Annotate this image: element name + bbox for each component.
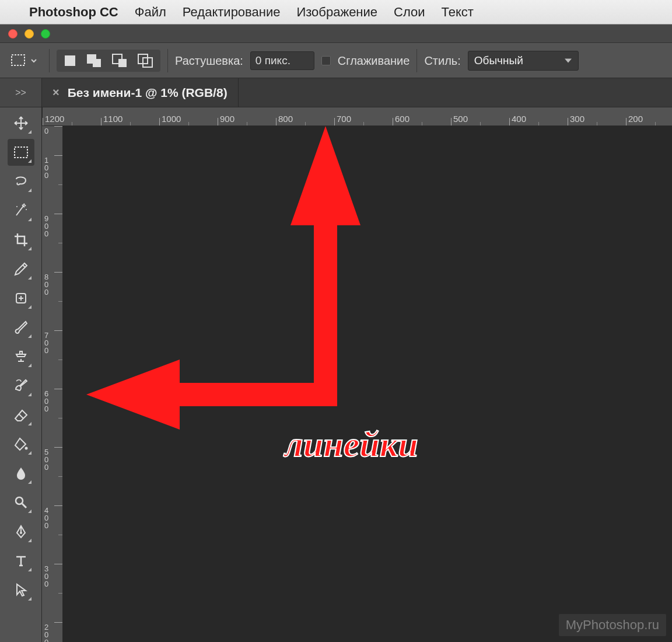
vruler-tick: 500 [42, 447, 62, 505]
vruler-tick: 200 [42, 622, 62, 642]
hruler-tick: 300 [568, 107, 626, 126]
new-selection-icon[interactable] [62, 53, 78, 68]
intersect-selection-icon[interactable] [137, 53, 155, 68]
svg-point-14 [20, 532, 22, 534]
watermark: MyPhotoshop.ru [559, 614, 666, 636]
move-tool[interactable] [8, 110, 34, 137]
svg-marker-16 [86, 360, 337, 430]
eyedropper-tool[interactable] [8, 256, 34, 282]
annotation-label: линейки [285, 424, 418, 465]
rectangular-marquee-tool[interactable] [8, 139, 34, 166]
vertical-ruler[interactable]: 0100900800700600500400300200100 [42, 126, 63, 642]
canvas[interactable]: линейки MyPhotoshop.ru [63, 126, 672, 642]
dodge-tool[interactable] [8, 489, 34, 516]
vruler-tick: 600 [42, 389, 62, 447]
chevron-down-icon [30, 57, 37, 64]
current-tool-indicator[interactable] [6, 51, 42, 70]
vruler-tick: 700 [42, 330, 62, 389]
options-bar: Растушевка: Сглаживание Стиль: Обычный [0, 43, 672, 78]
svg-point-12 [24, 447, 27, 450]
selection-mode-group [57, 50, 160, 72]
clone-stamp-tool[interactable] [8, 343, 34, 370]
minimize-window-button[interactable] [24, 29, 34, 39]
document-tab[interactable]: × Без имени-1 @ 1% (RGB/8) [42, 78, 239, 107]
expand-panels-button[interactable]: >> [0, 78, 42, 107]
window-titlebar [0, 25, 672, 43]
svg-rect-0 [12, 55, 24, 65]
magic-wand-tool[interactable] [8, 197, 34, 224]
vruler-tick: 800 [42, 272, 62, 330]
style-label: Стиль: [424, 54, 460, 68]
antialias-checkbox[interactable] [321, 56, 331, 65]
app-name[interactable]: Photoshop CC [29, 5, 118, 20]
subtract-selection-icon[interactable] [111, 53, 129, 68]
svg-rect-3 [93, 59, 101, 67]
separator [49, 49, 50, 72]
hruler-tick: 200 [626, 107, 672, 126]
separator [167, 49, 168, 72]
style-select[interactable]: Обычный [468, 51, 579, 71]
feather-label: Растушевка: [175, 54, 243, 68]
vruler-tick: 100 [42, 155, 62, 214]
menu-image[interactable]: Изображение [296, 5, 377, 20]
document-tab-title: Без имени-1 @ 1% (RGB/8) [68, 86, 228, 100]
svg-point-9 [16, 206, 18, 207]
eraser-tool[interactable] [8, 402, 34, 428]
menu-text[interactable]: Текст [442, 5, 474, 20]
menu-layers[interactable]: Слои [394, 5, 425, 20]
menu-file[interactable]: Файл [135, 5, 166, 20]
zoom-window-button[interactable] [41, 29, 50, 39]
antialias-label: Сглаживание [338, 54, 410, 68]
document-tabs: >> × Без имени-1 @ 1% (RGB/8) [0, 78, 672, 107]
annotation-arrows [80, 120, 489, 529]
hruler-tick: 400 [509, 107, 568, 126]
pen-tool[interactable] [8, 518, 34, 545]
tools-panel [0, 107, 42, 642]
svg-point-10 [26, 209, 27, 210]
menu-edit[interactable]: Редактирование [183, 5, 281, 20]
type-tool[interactable] [8, 547, 34, 574]
brush-tool[interactable] [8, 314, 34, 341]
paint-bucket-tool[interactable] [8, 431, 34, 458]
style-select-wrap[interactable]: Обычный [468, 51, 579, 71]
separator [416, 49, 417, 72]
svg-marker-15 [290, 126, 360, 406]
feather-input[interactable] [250, 51, 314, 70]
vruler-tick: 400 [42, 505, 62, 564]
crop-tool[interactable] [8, 226, 34, 253]
blur-tool[interactable] [8, 460, 34, 487]
history-brush-tool[interactable] [8, 372, 34, 399]
close-window-button[interactable] [8, 29, 18, 39]
svg-rect-5 [118, 59, 127, 67]
path-selection-tool[interactable] [8, 577, 34, 603]
canvas-area: 1200110010009008007006005004003002001000… [42, 107, 672, 642]
vruler-tick: 900 [42, 214, 62, 272]
svg-rect-1 [65, 55, 75, 66]
close-tab-icon[interactable]: × [52, 86, 60, 99]
mac-menubar: Photoshop CC Файл Редактирование Изображ… [0, 0, 672, 25]
vruler-tick: 0 [42, 126, 62, 155]
svg-point-13 [16, 497, 23, 504]
healing-brush-tool[interactable] [8, 285, 34, 312]
vruler-tick: 300 [42, 564, 62, 622]
main-area: 1200110010009008007006005004003002001000… [0, 107, 672, 642]
add-selection-icon[interactable] [86, 53, 103, 68]
svg-rect-8 [15, 147, 27, 158]
lasso-tool[interactable] [8, 168, 34, 195]
